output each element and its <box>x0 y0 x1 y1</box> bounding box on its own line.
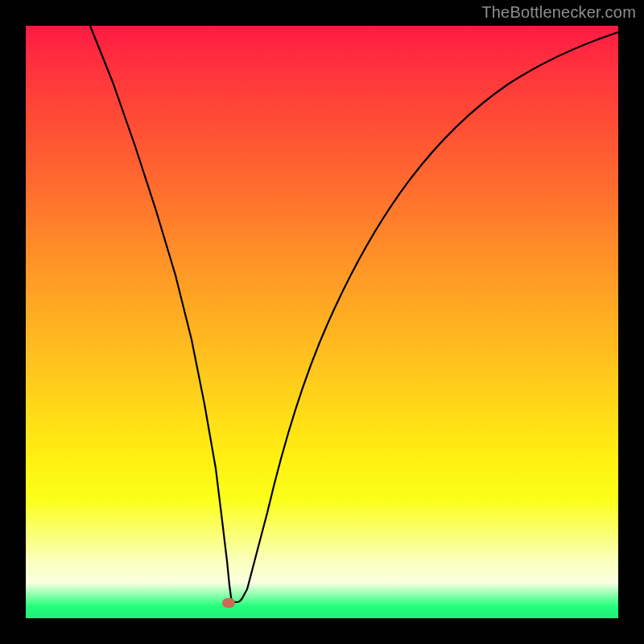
chart-frame: TheBottlenecker.com <box>0 0 644 644</box>
watermark-text: TheBottlenecker.com <box>481 3 636 22</box>
plot-area <box>26 26 618 618</box>
optimal-point-marker <box>222 598 235 608</box>
bottleneck-curve-path <box>90 26 618 602</box>
bottleneck-curve <box>26 26 618 618</box>
